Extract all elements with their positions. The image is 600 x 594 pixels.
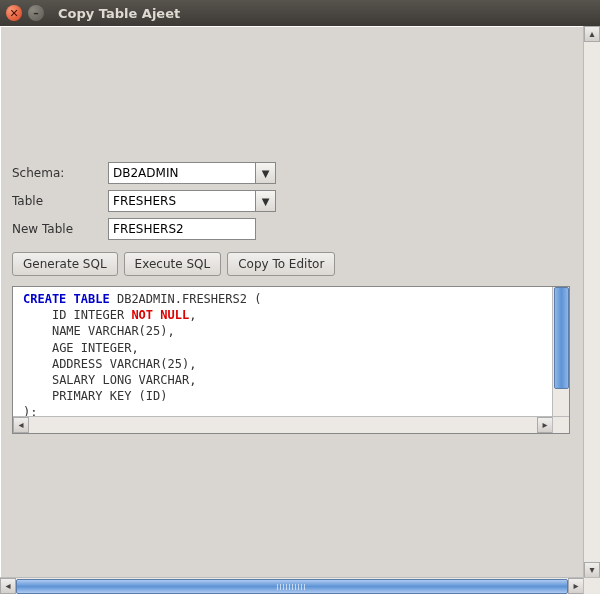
sql-scroll-left-icon[interactable]: ◂	[13, 417, 29, 433]
sql-vertical-scrollbar[interactable]	[552, 287, 569, 417]
execute-sql-button[interactable]: Execute SQL	[124, 252, 222, 276]
sql-output: CREATE TABLE DB2ADMIN.FRESHERS2 ( ID INT…	[12, 286, 570, 434]
window-minimize-button[interactable]: –	[28, 5, 44, 21]
window-close-button[interactable]: ✕	[6, 5, 22, 21]
main-horizontal-scroll-thumb[interactable]	[16, 579, 568, 594]
schema-select[interactable]	[108, 162, 256, 184]
main-vertical-scrollbar[interactable]: ▴ ▾	[583, 26, 600, 578]
sql-scroll-right-icon[interactable]: ▸	[537, 417, 553, 433]
sql-vertical-scroll-thumb[interactable]	[554, 287, 569, 389]
table-select[interactable]	[108, 190, 256, 212]
table-label: Table	[12, 194, 108, 208]
sql-text[interactable]: CREATE TABLE DB2ADMIN.FRESHERS2 ( ID INT…	[13, 287, 553, 417]
generate-sql-button[interactable]: Generate SQL	[12, 252, 118, 276]
sql-qualified-name: DB2ADMIN.FRESHERS2 (	[110, 292, 262, 306]
new-table-label: New Table	[12, 222, 108, 236]
main-horizontal-scrollbar[interactable]: ◂ ▸	[0, 577, 584, 594]
table-dropdown-arrow-icon[interactable]: ▼	[256, 190, 276, 212]
window-title: Copy Table Ajeet	[58, 6, 180, 21]
schema-label: Schema:	[12, 166, 108, 180]
sql-keyword-not-null: NOT NULL	[131, 308, 189, 322]
window-body: Schema: ▼ Table ▼ New Table Generate SQL	[0, 26, 600, 594]
copy-to-editor-button[interactable]: Copy To Editor	[227, 252, 335, 276]
scroll-down-icon[interactable]: ▾	[584, 562, 600, 578]
scroll-up-icon[interactable]: ▴	[584, 26, 600, 42]
scroll-right-icon[interactable]: ▸	[568, 578, 584, 594]
main-scroll-corner	[583, 577, 600, 594]
sql-scroll-corner	[552, 416, 569, 433]
sql-horizontal-scrollbar[interactable]: ◂ ▸	[13, 416, 553, 433]
schema-dropdown-arrow-icon[interactable]: ▼	[256, 162, 276, 184]
scroll-left-icon[interactable]: ◂	[0, 578, 16, 594]
new-table-input[interactable]	[108, 218, 256, 240]
form: Schema: ▼ Table ▼ New Table	[12, 162, 580, 240]
button-bar: Generate SQL Execute SQL Copy To Editor	[12, 252, 580, 276]
sql-keyword-create-table: CREATE TABLE	[23, 292, 110, 306]
titlebar: ✕ – Copy Table Ajeet	[0, 0, 600, 26]
